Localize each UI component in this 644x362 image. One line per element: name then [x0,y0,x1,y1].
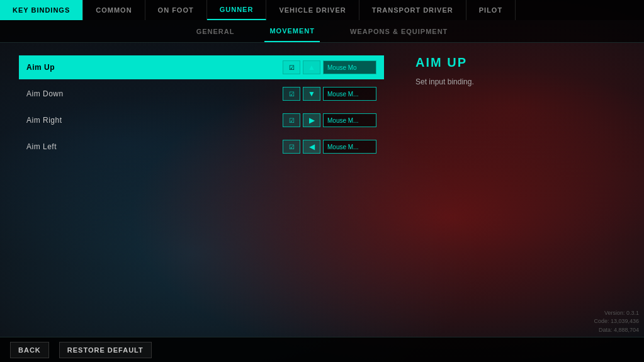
subnav-general[interactable]: GENERAL [191,20,240,42]
binding-label-aim-down: Aim Down [26,89,283,98]
toggle-check-aim-right: ☑ [289,117,295,124]
toggle-btn-aim-right[interactable]: ☑ [283,113,300,127]
toggle-btn-aim-down[interactable]: ☑ [283,87,300,101]
toggle-check-aim-up: ☑ [289,64,295,71]
description-text: Set input binding. [415,77,625,86]
nav-item-common[interactable]: COMMON [83,0,145,20]
arrow-btn-aim-up[interactable]: ▲ [303,60,320,74]
arrow-btn-aim-left[interactable]: ◀ [303,140,320,154]
binding-row-aim-up[interactable]: Aim Up ☑ ▲ Mouse Mo [19,55,384,79]
binding-label-aim-up: Aim Up [26,63,283,72]
bindings-panel: Aim Up ☑ ▲ Mouse Mo Aim Down ☑ [0,43,397,337]
description-panel: AIM UP Set input binding. [397,43,644,337]
binding-label-aim-left: Aim Left [26,142,283,151]
version-line2: Code: 13,039,436 [594,317,639,326]
toggle-check-aim-left: ☑ [289,144,295,150]
toggle-btn-aim-up[interactable]: ☑ [283,60,300,74]
binding-controls-aim-left: ☑ ◀ Mouse M... [283,140,376,154]
binding-key-text-aim-right: Mouse M... [327,117,358,124]
arrow-icon-aim-right: ▶ [309,116,315,125]
arrow-btn-aim-right[interactable]: ▶ [303,113,320,127]
toggle-btn-aim-left[interactable]: ☑ [283,140,300,154]
binding-key-aim-up[interactable]: Mouse Mo [323,60,376,74]
binding-row-aim-down[interactable]: Aim Down ☑ ▼ Mouse M... [19,82,384,106]
binding-key-aim-left[interactable]: Mouse M... [323,140,376,154]
back-button[interactable]: BACK [10,342,49,358]
sub-navigation: GENERAL MOVEMENT WEAPONS & EQUIPMENT [0,20,644,43]
restore-default-button[interactable]: RESTORE DEFAULT [59,342,152,358]
description-title: AIM UP [415,55,625,70]
binding-key-aim-down[interactable]: Mouse M... [323,87,376,101]
binding-key-text-aim-down: Mouse M... [327,91,358,98]
arrow-icon-aim-up: ▲ [308,63,315,72]
nav-item-pilot[interactable]: PILOT [466,0,516,20]
arrow-icon-aim-down: ▼ [308,89,315,98]
arrow-icon-aim-left: ◀ [309,142,315,151]
subnav-movement[interactable]: MOVEMENT [264,20,320,42]
binding-label-aim-right: Aim Right [26,116,283,125]
arrow-btn-aim-down[interactable]: ▼ [303,87,320,101]
toggle-check-aim-down: ☑ [289,91,295,98]
version-line1: Version: 0.3.1 [594,309,639,318]
nav-item-key-bindings[interactable]: KEY BINDINGS [0,0,83,20]
binding-row-aim-left[interactable]: Aim Left ☑ ◀ Mouse M... [19,135,384,159]
binding-row-aim-right[interactable]: Aim Right ☑ ▶ Mouse M... [19,108,384,132]
binding-controls-aim-up: ☑ ▲ Mouse Mo [283,60,376,74]
binding-controls-aim-down: ☑ ▼ Mouse M... [283,87,376,101]
nav-item-gunner[interactable]: GUNNER [207,0,267,20]
version-line3: Data: 4,888,704 [594,326,639,335]
subnav-weapons-equipment[interactable]: WEAPONS & EQUIPMENT [345,20,453,42]
nav-item-transport-driver[interactable]: TRANSPORT DRIVER [359,0,466,20]
nav-item-on-foot[interactable]: ON FOOT [145,0,207,20]
binding-key-aim-right[interactable]: Mouse M... [323,113,376,127]
main-content: Aim Up ☑ ▲ Mouse Mo Aim Down ☑ [0,43,644,337]
binding-key-text-aim-left: Mouse M... [327,144,358,150]
bottom-bar: BACK RESTORE DEFAULT [0,337,644,362]
binding-key-text-aim-up: Mouse Mo [327,64,357,71]
top-navigation: KEY BINDINGS COMMON ON FOOT GUNNER VEHIC… [0,0,644,20]
nav-item-vehicle-driver[interactable]: VEHICLE DRIVER [266,0,359,20]
binding-controls-aim-right: ☑ ▶ Mouse M... [283,113,376,127]
version-info: Version: 0.3.1 Code: 13,039,436 Data: 4,… [594,309,639,335]
